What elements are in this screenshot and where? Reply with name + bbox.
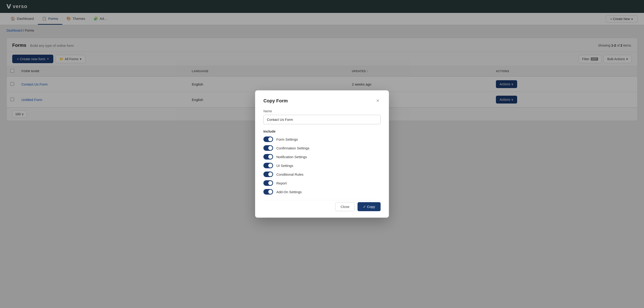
close-button[interactable]: Close <box>335 202 354 211</box>
name-input[interactable] <box>264 115 380 124</box>
toggle-confirmation_settings[interactable] <box>264 145 273 151</box>
toggle-conditional_rules[interactable] <box>264 172 273 177</box>
toggle-label-ui_settings: UI Settings <box>276 164 293 168</box>
modal-footer: Close ✓ Copy <box>264 200 380 211</box>
toggle-label-addon_settings: Add-On Settings <box>276 190 302 194</box>
modal-header: Copy Form × <box>264 98 380 104</box>
toggle-item-ui_settings: UI Settings <box>264 163 380 168</box>
toggle-item-confirmation_settings: Confirmation Settings <box>264 145 380 151</box>
modal-overlay: Copy Form × Name Include Form Settings C… <box>0 0 644 308</box>
toggle-item-form_settings: Form Settings <box>264 136 380 142</box>
toggle-thumb-form_settings <box>268 137 272 141</box>
toggle-label-form_settings: Form Settings <box>276 137 298 141</box>
toggle-label-notification_settings: Notification Settings <box>276 155 307 159</box>
modal-close-button[interactable]: × <box>375 98 380 104</box>
name-field: Name <box>264 109 380 124</box>
copy-button-label: ✓ Copy <box>363 205 375 209</box>
toggle-form_settings[interactable] <box>264 136 273 142</box>
toggle-label-report: Report <box>276 181 287 185</box>
toggle-item-report: Report <box>264 180 380 186</box>
toggle-item-addon_settings: Add-On Settings <box>264 189 380 195</box>
copy-form-modal: Copy Form × Name Include Form Settings C… <box>255 90 389 218</box>
toggle-item-conditional_rules: Conditional Rules <box>264 172 380 177</box>
copy-button[interactable]: ✓ Copy <box>358 202 380 211</box>
include-label: Include <box>264 129 380 133</box>
toggle-thumb-confirmation_settings <box>268 146 272 150</box>
toggle-thumb-ui_settings <box>268 163 272 168</box>
toggle-notification_settings[interactable] <box>264 154 273 160</box>
toggle-thumb-report <box>268 181 272 185</box>
toggle-addon_settings[interactable] <box>264 189 273 195</box>
toggle-thumb-notification_settings <box>268 155 272 159</box>
name-label: Name <box>264 109 380 113</box>
toggle-item-notification_settings: Notification Settings <box>264 154 380 160</box>
modal-title: Copy Form <box>264 98 288 103</box>
toggle-list: Form Settings Confirmation Settings Noti… <box>264 136 380 195</box>
toggle-thumb-conditional_rules <box>268 172 272 176</box>
include-section: Include Form Settings Confirmation Setti… <box>264 129 380 195</box>
toggle-thumb-addon_settings <box>268 190 272 194</box>
close-button-label: Close <box>340 205 349 209</box>
toggle-label-confirmation_settings: Confirmation Settings <box>276 146 309 150</box>
toggle-ui_settings[interactable] <box>264 163 273 168</box>
toggle-report[interactable] <box>264 180 273 186</box>
toggle-label-conditional_rules: Conditional Rules <box>276 172 304 176</box>
